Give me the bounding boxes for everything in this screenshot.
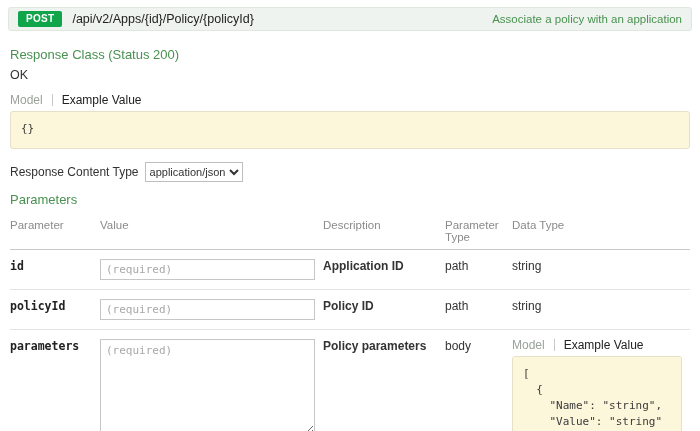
body-param-tabs: Model Example Value	[512, 337, 682, 353]
param-data-type-id: string	[512, 250, 690, 290]
param-name-parameters: parameters	[10, 330, 100, 431]
column-header-description: Description	[323, 213, 445, 250]
body-tab-model[interactable]: Model	[512, 337, 552, 353]
endpoint-path[interactable]: /api/v2/Apps/{id}/Policy/{policyId}	[72, 12, 253, 26]
param-description-policyid: Policy ID	[323, 290, 445, 330]
param-value-input-policyid[interactable]	[100, 299, 315, 320]
column-header-value: Value	[100, 213, 323, 250]
operation-content: Response Class (Status 200) OK Model Exa…	[0, 35, 700, 431]
table-row-parameters: parameters Parameter content type: appli…	[10, 330, 690, 431]
operation-summary-link[interactable]: Associate a policy with an application	[492, 13, 682, 25]
param-value-input-id[interactable]	[100, 259, 315, 280]
parameters-table: Parameter Value Description Parameter Ty…	[10, 213, 690, 431]
param-name-policyid: policyId	[10, 290, 100, 330]
tab-separator	[52, 94, 53, 106]
response-tabs: Model Example Value	[10, 92, 690, 108]
tab-example-value[interactable]: Example Value	[55, 92, 149, 108]
param-type-id: path	[445, 250, 512, 290]
tab-model[interactable]: Model	[10, 92, 50, 108]
http-method-badge: POST	[18, 11, 62, 27]
param-description-id: Application ID	[323, 250, 445, 290]
column-header-parameter: Parameter	[10, 213, 100, 250]
column-header-data-type: Data Type	[512, 213, 690, 250]
table-row-id: id Application ID path string	[10, 250, 690, 290]
column-header-parameter-type: Parameter Type	[445, 213, 512, 250]
response-example-snippet: {}	[10, 111, 690, 149]
param-type-policyid: path	[445, 290, 512, 330]
param-value-textarea-parameters[interactable]	[100, 339, 315, 431]
body-example-snippet: [ { "Name": "string", "Value": "string" …	[512, 356, 682, 431]
parameters-table-header-row: Parameter Value Description Parameter Ty…	[10, 213, 690, 250]
tab-separator	[554, 339, 555, 351]
param-data-type-policyid: string	[512, 290, 690, 330]
response-class-heading: Response Class (Status 200)	[10, 47, 690, 62]
param-name-id: id	[10, 250, 100, 290]
response-status-text: OK	[10, 68, 690, 82]
param-description-parameters: Policy parameters	[323, 330, 445, 431]
response-content-type-select[interactable]: application/json	[145, 162, 243, 182]
parameters-heading: Parameters	[10, 192, 690, 207]
param-type-parameters: body	[445, 330, 512, 431]
response-content-type-label: Response Content Type	[10, 165, 139, 179]
response-content-type-row: Response Content Type application/json	[10, 162, 690, 182]
table-row-policyid: policyId Policy ID path string	[10, 290, 690, 330]
body-tab-example-value[interactable]: Example Value	[557, 337, 651, 353]
operation-header: POST /api/v2/Apps/{id}/Policy/{policyId}…	[8, 7, 692, 31]
